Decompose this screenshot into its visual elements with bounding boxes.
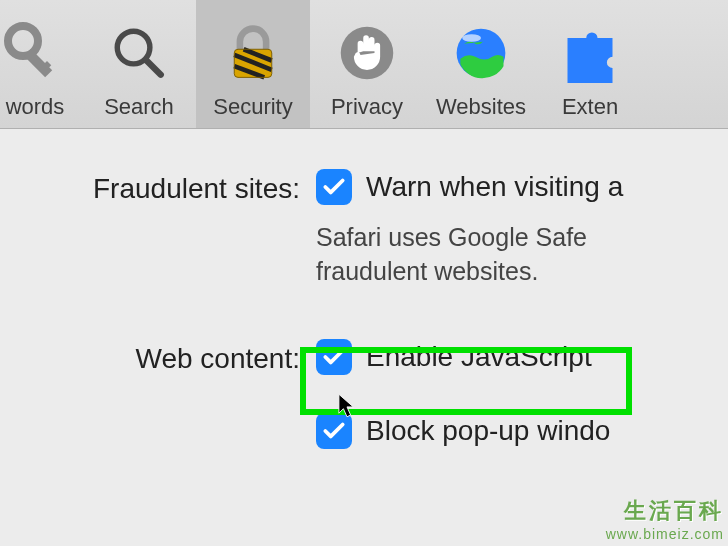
svg-point-10: [341, 27, 394, 80]
fraudulent-subtext: Safari uses Google Safe fraudulent websi…: [316, 221, 623, 289]
watermark: 生活百科 www.bimeiz.com: [606, 496, 724, 542]
block-popups-line[interactable]: Block pop-up windo: [316, 413, 610, 449]
web-content-row: Web content: Enable JavaScript Block pop…: [0, 339, 728, 449]
watermark-url: www.bimeiz.com: [606, 526, 724, 542]
toolbar-item-security[interactable]: Security: [196, 0, 310, 128]
toolbar-item-passwords[interactable]: words: [0, 0, 82, 128]
preferences-toolbar: words Search Security: [0, 0, 728, 129]
toolbar-label: Search: [104, 94, 174, 120]
toolbar-label: Security: [213, 94, 292, 120]
svg-point-12: [462, 34, 481, 42]
key-icon: [0, 18, 70, 88]
svg-line-4: [146, 60, 161, 75]
toolbar-label: Exten: [562, 94, 618, 120]
toolbar-item-extensions[interactable]: Exten: [538, 0, 642, 128]
hand-icon: [332, 18, 402, 88]
search-icon: [104, 18, 174, 88]
enable-javascript-label: Enable JavaScript: [366, 341, 592, 373]
puzzle-icon: [555, 18, 625, 88]
lock-icon: [218, 18, 288, 88]
security-pane: Fraudulent sites: Warn when visiting a S…: [0, 129, 728, 546]
toolbar-label: Privacy: [331, 94, 403, 120]
fraudulent-sites-row: Fraudulent sites: Warn when visiting a S…: [0, 169, 728, 289]
warn-checkbox-line[interactable]: Warn when visiting a: [316, 169, 623, 205]
toolbar-label: Websites: [436, 94, 526, 120]
checkbox-checked-icon[interactable]: [316, 339, 352, 375]
toolbar-label: words: [6, 94, 65, 120]
web-content-label: Web content:: [0, 339, 316, 375]
checkbox-checked-icon[interactable]: [316, 169, 352, 205]
watermark-zh: 生活百科: [606, 496, 724, 526]
enable-javascript-line[interactable]: Enable JavaScript: [316, 339, 610, 375]
globe-icon: [446, 18, 516, 88]
toolbar-item-privacy[interactable]: Privacy: [310, 0, 424, 128]
toolbar-item-websites[interactable]: Websites: [424, 0, 538, 128]
toolbar-item-search[interactable]: Search: [82, 0, 196, 128]
fraudulent-sites-label: Fraudulent sites:: [0, 169, 316, 205]
block-popups-label: Block pop-up windo: [366, 415, 610, 447]
warn-label: Warn when visiting a: [366, 171, 623, 203]
checkbox-checked-icon[interactable]: [316, 413, 352, 449]
